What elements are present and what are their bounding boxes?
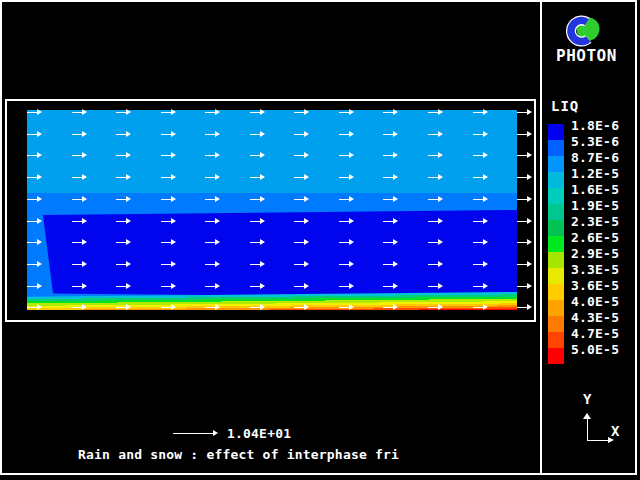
axis-x-label: X bbox=[611, 423, 619, 439]
vector-arrow bbox=[383, 152, 398, 159]
legend-value: 1.2E-5 bbox=[571, 166, 619, 181]
vector-arrow bbox=[116, 218, 131, 225]
vector-arrow bbox=[517, 218, 532, 225]
vector-arrow bbox=[250, 218, 265, 225]
vector-arrow bbox=[205, 109, 220, 116]
legend-value: 5.0E-5 bbox=[571, 342, 619, 357]
vector-arrow bbox=[339, 218, 354, 225]
vector-arrow bbox=[383, 131, 398, 138]
vector-arrow bbox=[383, 283, 398, 290]
vector-arrow bbox=[27, 261, 42, 268]
vector-arrow bbox=[428, 196, 443, 203]
vector-arrow bbox=[27, 239, 42, 246]
vector-arrow bbox=[517, 174, 532, 181]
vector-arrow bbox=[473, 109, 488, 116]
photon-viewer-window: 1.04E+01 Rain and snow : effect of inter… bbox=[0, 0, 640, 480]
vector-arrow bbox=[250, 174, 265, 181]
vector-arrow bbox=[161, 283, 176, 290]
vector-arrow bbox=[473, 239, 488, 246]
vector-arrow bbox=[473, 261, 488, 268]
vector-arrow bbox=[250, 261, 265, 268]
vector-arrow bbox=[250, 109, 265, 116]
vector-arrow bbox=[205, 152, 220, 159]
vector-arrow bbox=[294, 131, 309, 138]
vector-arrow bbox=[339, 109, 354, 116]
photon-logo-icon bbox=[566, 12, 604, 50]
vector-arrow bbox=[116, 109, 131, 116]
vector-arrow bbox=[383, 109, 398, 116]
vector-arrow bbox=[294, 261, 309, 268]
vector-arrow bbox=[428, 109, 443, 116]
vector-arrow bbox=[205, 283, 220, 290]
vector-arrow bbox=[473, 196, 488, 203]
legend-value: 4.3E-5 bbox=[571, 310, 619, 325]
legend-swatch bbox=[548, 204, 564, 220]
legend-value: 5.3E-6 bbox=[571, 134, 619, 149]
vector-arrow bbox=[294, 304, 309, 311]
vector-arrow bbox=[161, 109, 176, 116]
vector-arrow-grid bbox=[27, 108, 535, 316]
vector-arrow bbox=[205, 239, 220, 246]
vector-arrow bbox=[294, 109, 309, 116]
vector-arrow bbox=[72, 283, 87, 290]
legend-swatch bbox=[548, 252, 564, 268]
vector-arrow bbox=[517, 109, 532, 116]
legend-value: 8.7E-6 bbox=[571, 150, 619, 165]
vector-arrow bbox=[428, 152, 443, 159]
legend-swatch bbox=[548, 284, 564, 300]
vector-arrow bbox=[473, 304, 488, 311]
logo-label: PHOTON bbox=[556, 46, 617, 65]
vector-arrow bbox=[161, 196, 176, 203]
vector-arrow bbox=[383, 304, 398, 311]
vector-arrow bbox=[250, 283, 265, 290]
vector-arrow bbox=[161, 304, 176, 311]
legend-swatch bbox=[548, 268, 564, 284]
vector-arrow bbox=[517, 304, 532, 311]
vector-arrow bbox=[339, 174, 354, 181]
vector-arrow bbox=[116, 239, 131, 246]
vector-arrow bbox=[250, 196, 265, 203]
vector-arrow bbox=[205, 196, 220, 203]
vector-arrow bbox=[161, 239, 176, 246]
vector-arrow bbox=[27, 304, 42, 311]
vector-arrow bbox=[205, 131, 220, 138]
legend-swatch bbox=[548, 332, 564, 348]
plot-title: Rain and snow : effect of interphase fri bbox=[78, 447, 399, 462]
vector-arrow bbox=[72, 152, 87, 159]
vector-arrow bbox=[294, 152, 309, 159]
vector-arrow bbox=[27, 152, 42, 159]
vector-arrow bbox=[383, 218, 398, 225]
vector-arrow bbox=[116, 283, 131, 290]
vector-arrow bbox=[161, 174, 176, 181]
axis-y-label: Y bbox=[583, 391, 591, 407]
sidebar-divider bbox=[540, 0, 542, 475]
vector-arrow bbox=[27, 109, 42, 116]
vector-arrow bbox=[517, 283, 532, 290]
legend-swatch bbox=[548, 156, 564, 172]
vector-arrow bbox=[428, 218, 443, 225]
vector-arrow bbox=[72, 174, 87, 181]
legend-value: 2.9E-5 bbox=[571, 246, 619, 261]
vector-arrow bbox=[72, 109, 87, 116]
vector-arrow bbox=[473, 131, 488, 138]
vector-arrow bbox=[294, 239, 309, 246]
vector-arrow bbox=[428, 239, 443, 246]
legend-swatch bbox=[548, 236, 564, 252]
legend-swatch bbox=[548, 300, 564, 316]
vector-arrow bbox=[205, 261, 220, 268]
vector-arrow bbox=[72, 304, 87, 311]
legend-value: 1.9E-5 bbox=[571, 198, 619, 213]
vector-arrow bbox=[473, 283, 488, 290]
vector-arrow bbox=[339, 261, 354, 268]
vector-arrow bbox=[517, 261, 532, 268]
vector-arrow bbox=[517, 196, 532, 203]
vector-arrow bbox=[473, 152, 488, 159]
vector-arrow bbox=[72, 131, 87, 138]
legend-value: 2.6E-5 bbox=[571, 230, 619, 245]
legend-value: 3.3E-5 bbox=[571, 262, 619, 277]
legend-value: 1.6E-5 bbox=[571, 182, 619, 197]
vector-arrow bbox=[250, 304, 265, 311]
vector-arrow bbox=[473, 218, 488, 225]
vector-arrow bbox=[205, 174, 220, 181]
vector-arrow bbox=[72, 218, 87, 225]
